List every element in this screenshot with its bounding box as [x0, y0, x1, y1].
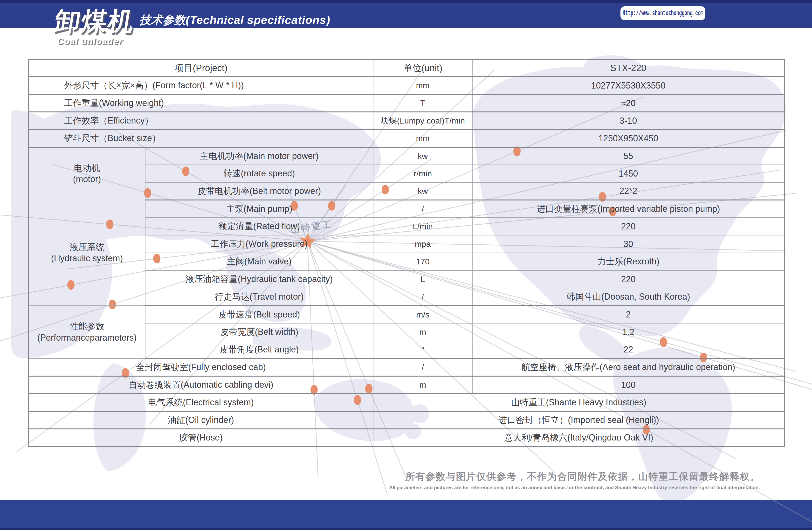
- spec-value: 3-10: [472, 112, 784, 130]
- website-url-text: Http://www.shantezhonggong.com: [623, 9, 704, 17]
- spec-value: 55: [472, 147, 784, 165]
- spec-value: 1250X950X450: [472, 130, 784, 147]
- spec-value: 10277X5530X3550: [472, 77, 784, 94]
- spec-label: 皮带电机功率(Belt motor power): [145, 182, 373, 200]
- spec-value: 航空座椅、液压操作(Aero seat and hydraulic operat…: [472, 358, 784, 376]
- spec-value: 30: [472, 235, 784, 253]
- spec-label: 皮带速度(Belt speed): [145, 306, 373, 323]
- spec-value: 意大利/青岛橡六(Italy/Qingdao Oak VI): [373, 429, 784, 446]
- group-label-line2: (Performanceparameters): [29, 332, 145, 343]
- group-label-motor: 电动机 (motor): [28, 147, 145, 200]
- brand-logo-en: Coal unloader: [57, 36, 123, 46]
- spec-label: 工作重量(Working weight): [28, 94, 373, 112]
- spec-value: 22: [472, 341, 784, 358]
- spec-unit: /: [373, 288, 472, 306]
- bottom-footer-bar: [0, 500, 812, 530]
- table-row: 自动卷缆装置(Automatic cabling devi) m 100: [28, 376, 784, 394]
- spec-label: 工作压力(Work pressure): [145, 235, 373, 253]
- brand-logo-cn: 卸煤机: [53, 8, 137, 34]
- spec-unit: 块煤(Lumpy coal)T/min: [373, 112, 472, 130]
- page-title: 技术参数(Technical specifications): [140, 13, 330, 28]
- spec-value: 220: [472, 270, 784, 288]
- spec-unit: °: [373, 341, 472, 358]
- spec-label: 行走马达(Travel motor): [145, 288, 373, 306]
- bottom-footer-bar-accent: [0, 528, 812, 530]
- spec-label: 皮带角度(Belt angle): [145, 341, 373, 358]
- spec-label: 额定流量(Rated flow): [145, 218, 373, 235]
- spec-label: 外形尺寸（长×宽×高）(Form factor(L * W * H)): [28, 77, 373, 94]
- spec-label: 工作效率（Efficiency）: [28, 112, 373, 130]
- spec-label: 主电机功率(Main motor power): [145, 147, 373, 165]
- group-label-performance: 性能参数 (Performanceparameters): [28, 306, 145, 358]
- spec-label: 胶管(Hose): [28, 429, 373, 446]
- disclaimer-en: All parameters and pictures are for refe…: [389, 485, 760, 490]
- table-row: 工作重量(Working weight) T ≈20: [28, 94, 784, 112]
- spec-value: 1.2: [472, 323, 784, 341]
- spec-unit: mm: [373, 77, 472, 94]
- spec-label: 电气系统(Electrical system): [28, 394, 373, 411]
- column-header-unit: 单位(unit): [373, 60, 472, 77]
- table-row: 电气系统(Electrical system) 山特重工(Shante Heav…: [28, 394, 784, 411]
- table-row: 胶管(Hose) 意大利/青岛橡六(Italy/Qingdao Oak VI): [28, 429, 784, 446]
- spec-value: 韩国斗山(Doosan, South Korea): [472, 288, 784, 306]
- top-header-bar-accent: [0, 0, 812, 3]
- spec-label: 液压油箱容量(Hydraulic tank capacity): [145, 270, 373, 288]
- spec-label: 油缸(Oil cylinder): [28, 411, 373, 429]
- spec-value: 100: [472, 376, 784, 394]
- table-row: 工作效率（Efficiency） 块煤(Lumpy coal)T/min 3-1…: [28, 112, 784, 130]
- spec-unit: L: [373, 270, 472, 288]
- spec-label: 自动卷缆装置(Automatic cabling devi): [28, 376, 373, 394]
- group-label-line1: 液压系统: [29, 242, 145, 253]
- column-header-model: STX-220: [472, 60, 784, 77]
- spec-label: 转速(rotate speed): [145, 165, 373, 182]
- table-row: 液压系统 (Hydraulic system) 主泵(Main pump) / …: [28, 200, 784, 218]
- table-row: 外形尺寸（长×宽×高）(Form factor(L * W * H)) mm 1…: [28, 77, 784, 94]
- spec-value: 2: [472, 306, 784, 323]
- spec-value: 22*2: [472, 182, 784, 200]
- spec-value: 进口密封（恒立）(Imported seal (Hengli)): [373, 411, 784, 429]
- spec-unit: m: [373, 376, 472, 394]
- group-label-line1: 性能参数: [29, 321, 145, 332]
- column-header-project: 项目(Project): [28, 60, 373, 77]
- table-row: 全封闭驾驶室(Fully enclosed cab) / 航空座椅、液压操作(A…: [28, 358, 784, 376]
- spec-value: 进口变量柱赛泵(Imported variable piston pump): [472, 200, 784, 218]
- table-header-row: 项目(Project) 单位(unit) STX-220: [28, 60, 784, 77]
- spec-label: 全封闭驾驶室(Fully enclosed cab): [28, 358, 373, 376]
- table-row: 铲斗尺寸（Bucket size） mm 1250X950X450: [28, 130, 784, 147]
- spec-unit: kw: [373, 147, 472, 165]
- spec-label: 皮带宽度(Belt width): [145, 323, 373, 341]
- spec-unit: m: [373, 323, 472, 341]
- spec-unit: kw: [373, 182, 472, 200]
- group-label-line1: 电动机: [29, 162, 145, 174]
- spec-unit: /: [373, 200, 472, 218]
- spec-label: 主泵(Main pump): [145, 200, 373, 218]
- spec-value: 力士乐(Rexroth): [472, 253, 784, 270]
- spec-unit: mpa: [373, 235, 472, 253]
- disclaimer-block: 所有参数与图片仅供参考，不作为合同附件及依据，山特重工保留最终解释权。 All …: [389, 470, 760, 490]
- group-label-line2: (Hydraulic system): [29, 253, 145, 264]
- spec-label: 铲斗尺寸（Bucket size）: [28, 130, 373, 147]
- spec-unit: /: [373, 358, 472, 376]
- spec-unit: T: [373, 94, 472, 112]
- spec-value: 1450: [472, 165, 784, 182]
- spec-sheet-page: 山特重工 卸煤机 Coal unloader 技术参数(Technical sp…: [0, 0, 812, 530]
- spec-unit: r/min: [373, 165, 472, 182]
- spec-value: ≈20: [472, 94, 784, 112]
- disclaimer-cn: 所有参数与图片仅供参考，不作为合同附件及依据，山特重工保留最终解释权。: [389, 470, 760, 483]
- specs-table: 项目(Project) 单位(unit) STX-220 外形尺寸（长×宽×高）…: [28, 59, 785, 447]
- table-row: 性能参数 (Performanceparameters) 皮带速度(Belt s…: [28, 306, 784, 323]
- spec-value: 220: [472, 218, 784, 235]
- spec-unit: m/s: [373, 306, 472, 323]
- group-label-line2: (motor): [29, 174, 145, 185]
- spec-label: 主阀(Main valve): [145, 253, 373, 270]
- table-row: 油缸(Oil cylinder) 进口密封（恒立）(Imported seal …: [28, 411, 784, 429]
- table-row: 电动机 (motor) 主电机功率(Main motor power) kw 5…: [28, 147, 784, 165]
- spec-unit: 170: [373, 253, 472, 270]
- website-link[interactable]: Http://www.shantezhonggong.com: [621, 6, 705, 20]
- spec-unit: L/min: [373, 218, 472, 235]
- spec-value: 山特重工(Shante Heavy Industries): [373, 394, 784, 411]
- group-label-hydraulic: 液压系统 (Hydraulic system): [28, 200, 145, 306]
- spec-unit: mm: [373, 130, 472, 147]
